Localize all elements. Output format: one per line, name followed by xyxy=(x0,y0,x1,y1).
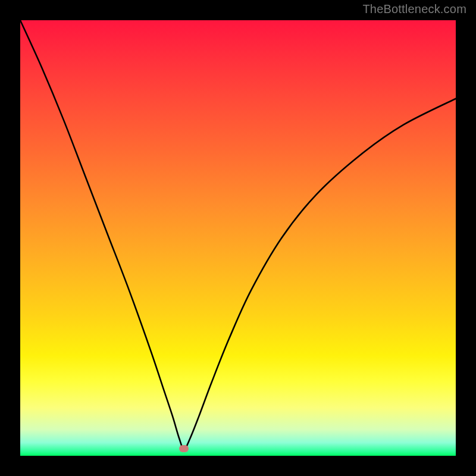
bottleneck-curve xyxy=(20,20,456,456)
plot-area xyxy=(20,20,456,456)
chart-frame: TheBottleneck.com xyxy=(0,0,476,476)
watermark-text: TheBottleneck.com xyxy=(362,2,466,16)
optimum-marker xyxy=(179,445,189,452)
